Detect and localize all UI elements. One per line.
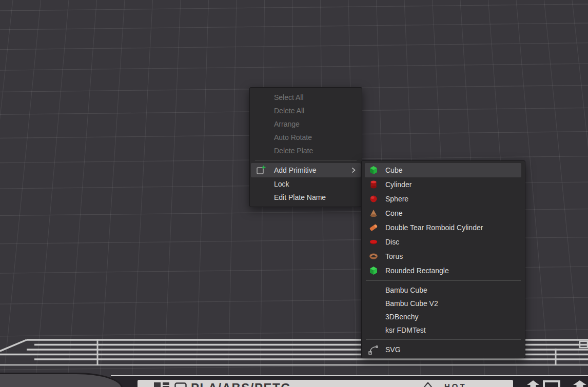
submenu-item-svg[interactable]: SVG	[362, 342, 525, 357]
submenu-item-cylinder[interactable]: Cylinder	[362, 177, 525, 192]
menu-item-add-primitive[interactable]: Add Primitive	[250, 163, 362, 177]
submenu-item-sphere[interactable]: Sphere	[362, 192, 525, 206]
menu-item-edit-plate-name[interactable]: Edit Plate Name	[250, 191, 362, 204]
cube-icon	[368, 165, 379, 175]
chevron-right-icon	[351, 167, 356, 173]
menu-item-delete-plate: Delete Plate	[250, 144, 362, 157]
hot-label: HOT	[444, 382, 467, 387]
submenu-item-cube[interactable]: Cube	[362, 163, 525, 177]
svg-bezier-icon	[368, 344, 379, 355]
rounded-rectangle-icon	[368, 266, 379, 276]
torus-icon	[368, 251, 379, 261]
submenu-separator	[366, 280, 521, 281]
sphere-icon	[368, 194, 379, 204]
menu-item-lock[interactable]: Lock	[250, 177, 362, 191]
menu-separator	[255, 160, 357, 160]
menu-item-select-all: Select All	[250, 91, 362, 104]
romboid-cylinder-icon	[368, 222, 379, 233]
menu-item-arrange: Arrange	[250, 117, 362, 131]
submenu-item-3dbenchy[interactable]: 3DBenchy	[362, 310, 525, 323]
add-primitive-submenu: Cube Cylinder Sphere Cone	[361, 160, 525, 358]
plate-front-edge: PLA/ABS/PETG HOT	[111, 375, 588, 387]
plate-material-label: PLA/ABS/PETG	[191, 381, 291, 387]
submenu-item-bambu-cube[interactable]: Bambu Cube	[362, 283, 525, 297]
submenu-item-cone[interactable]: Cone	[362, 206, 525, 220]
submenu-item-ksr-fdmtest[interactable]: ksr FDMTest	[362, 323, 525, 337]
bambulab-logo	[154, 382, 169, 387]
submenu-item-bambu-cube-v2[interactable]: Bambu Cube V2	[362, 297, 525, 310]
submenu-item-disc[interactable]: Disc	[362, 235, 525, 249]
menu-item-auto-rotate: Auto Rotate	[250, 131, 362, 144]
plate-type-icon	[174, 382, 187, 387]
submenu-item-rounded-rectangle[interactable]: Rounded Rectangle	[362, 263, 525, 278]
submenu-item-torus[interactable]: Torus	[362, 249, 525, 263]
menu-item-delete-all: Delete All	[250, 104, 362, 117]
cone-icon	[368, 208, 379, 218]
add-primitive-icon	[256, 165, 267, 176]
submenu-item-double-tear-romboid-cylinder[interactable]: Double Tear Romboid Cylinder	[362, 220, 525, 235]
submenu-separator	[366, 339, 521, 340]
cylinder-icon	[368, 179, 379, 190]
screenshot-root: { "context_menu": { "items": [ {"label":…	[0, 0, 588, 387]
plate-sticker: PLA/ABS/PETG HOT	[138, 380, 513, 387]
context-menu: Select All Delete All Arrange Auto Rotat…	[249, 87, 362, 207]
plate-orientation-markings	[527, 380, 588, 387]
disc-icon	[368, 237, 379, 247]
hot-warning-icon	[421, 382, 435, 387]
